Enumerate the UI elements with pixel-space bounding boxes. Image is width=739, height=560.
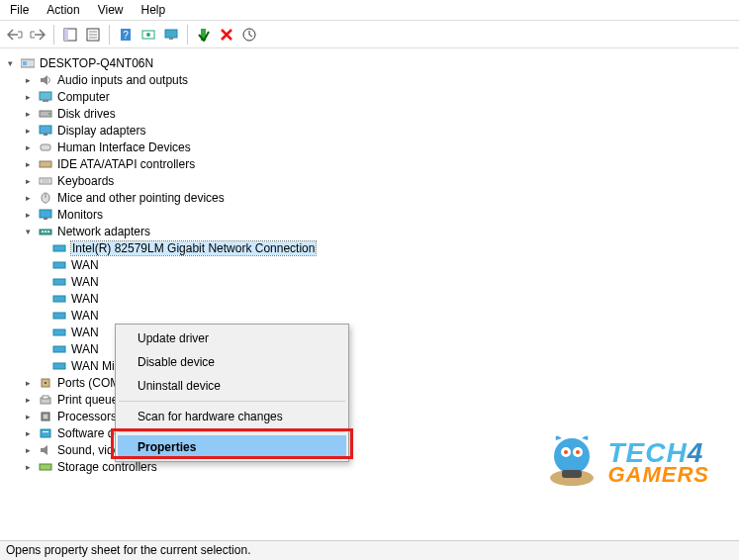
computer-root-icon [20, 56, 36, 70]
ctx-update-driver[interactable]: Update driver [118, 327, 346, 350]
category-mice[interactable]: Mice and other pointing devices [57, 191, 225, 205]
show-hide-tree-button[interactable] [59, 24, 81, 46]
device-wan[interactable]: WAN [71, 258, 99, 272]
status-text: Opens property sheet for the current sel… [6, 543, 250, 557]
svg-rect-17 [43, 100, 48, 102]
svg-rect-23 [40, 161, 51, 167]
toolbar: ? [0, 21, 739, 48]
device-wan[interactable]: WAN [71, 326, 99, 339]
svg-rect-15 [23, 61, 27, 65]
network-icon [38, 225, 53, 238]
svg-point-44 [45, 382, 46, 384]
wm-gamers: GAMERS [607, 465, 709, 485]
category-monitors[interactable]: Monitors [57, 208, 103, 222]
adapter-icon [51, 292, 67, 306]
storage-icon [38, 460, 53, 474]
ctx-properties[interactable]: Properties [118, 435, 346, 459]
ide-icon [38, 157, 53, 171]
collapse-icon[interactable]: ▾ [22, 226, 34, 237]
category-audio[interactable]: Audio inputs and outputs [57, 73, 188, 87]
svg-rect-22 [41, 144, 50, 150]
forward-button[interactable] [27, 24, 48, 46]
expand-icon[interactable]: ▸ [22, 91, 34, 103]
menu-help[interactable]: Help [141, 3, 166, 17]
svg-rect-21 [44, 134, 47, 136]
adapter-icon [51, 309, 67, 323]
svg-rect-38 [53, 296, 65, 302]
collapse-icon[interactable]: ▾ [4, 57, 16, 69]
svg-rect-24 [40, 178, 51, 184]
category-display[interactable]: Display adapters [57, 124, 145, 138]
context-menu: Update driver Disable device Uninstall d… [115, 324, 349, 462]
disable-button[interactable] [216, 24, 237, 46]
category-ide[interactable]: IDE ATA/ATAPI controllers [57, 157, 195, 171]
svg-rect-11 [169, 38, 173, 40]
adapter-icon [51, 326, 67, 339]
expand-icon[interactable]: ▸ [22, 377, 34, 389]
menu-file[interactable]: File [10, 3, 29, 17]
monitor-icon [38, 208, 53, 222]
expand-icon[interactable]: ▸ [22, 209, 34, 221]
back-button[interactable] [4, 24, 26, 46]
svg-rect-41 [53, 346, 65, 352]
root-label[interactable]: DESKTOP-Q4NT06N [40, 56, 153, 70]
ctx-separator [119, 401, 345, 402]
monitor-button[interactable] [160, 24, 182, 46]
svg-rect-1 [64, 29, 68, 41]
expand-icon[interactable]: ▸ [22, 175, 34, 187]
svg-point-57 [576, 450, 580, 454]
scan-button[interactable] [138, 24, 159, 46]
enable-button[interactable] [193, 24, 215, 46]
expand-icon[interactable]: ▸ [22, 411, 34, 422]
svg-rect-49 [41, 429, 50, 437]
category-keyboards[interactable]: Keyboards [57, 174, 114, 188]
category-processors[interactable]: Processors [57, 410, 117, 423]
category-hid[interactable]: Human Interface Devices [57, 140, 191, 154]
expand-icon[interactable]: ▸ [22, 394, 34, 406]
menu-view[interactable]: View [98, 3, 124, 17]
computer-icon [38, 90, 53, 104]
ctx-scan-hardware[interactable]: Scan for hardware changes [118, 405, 346, 428]
disk-icon [38, 107, 53, 121]
expand-icon[interactable]: ▸ [22, 461, 34, 473]
svg-rect-29 [40, 210, 51, 218]
svg-rect-51 [40, 464, 51, 470]
help-button[interactable]: ? [115, 24, 137, 46]
cpu-icon [38, 410, 53, 423]
expand-icon[interactable]: ▸ [22, 192, 34, 204]
svg-point-32 [42, 231, 44, 233]
category-network[interactable]: Network adapters [57, 225, 150, 238]
software-icon [38, 426, 53, 440]
svg-point-34 [47, 231, 49, 233]
adapter-icon [51, 258, 67, 272]
svg-rect-50 [43, 431, 48, 432]
svg-point-19 [48, 113, 50, 115]
expand-icon[interactable]: ▸ [22, 444, 34, 456]
expand-icon[interactable]: ▸ [22, 141, 34, 153]
category-computer[interactable]: Computer [57, 90, 110, 104]
adapter-icon [51, 342, 67, 356]
display-icon [38, 124, 53, 138]
properties-button[interactable] [82, 24, 104, 46]
device-wan[interactable]: WAN [71, 342, 99, 356]
device-wan[interactable]: WAN [71, 275, 99, 289]
expand-icon[interactable]: ▸ [22, 108, 34, 120]
device-tree[interactable]: ▾ DESKTOP-Q4NT06N ▸Audio inputs and outp… [0, 48, 739, 533]
expand-icon[interactable]: ▸ [22, 74, 34, 86]
device-intel-nic[interactable]: Intel(R) 82579LM Gigabit Network Connect… [71, 241, 316, 255]
ctx-uninstall-device[interactable]: Uninstall device [118, 374, 346, 398]
category-disk[interactable]: Disk drives [57, 107, 116, 121]
device-wan[interactable]: WAN [71, 292, 99, 306]
ctx-disable-device[interactable]: Disable device [118, 350, 346, 374]
ctx-separator [119, 431, 345, 432]
expand-icon[interactable]: ▸ [22, 125, 34, 137]
update-button[interactable] [238, 24, 260, 46]
hid-icon [38, 140, 53, 154]
audio-icon [38, 73, 53, 87]
expand-icon[interactable]: ▸ [22, 158, 34, 170]
device-wan[interactable]: WAN [71, 309, 99, 323]
menu-action[interactable]: Action [46, 3, 79, 17]
expand-icon[interactable]: ▸ [22, 427, 34, 439]
mascot-icon [544, 430, 600, 494]
svg-point-33 [45, 231, 46, 233]
